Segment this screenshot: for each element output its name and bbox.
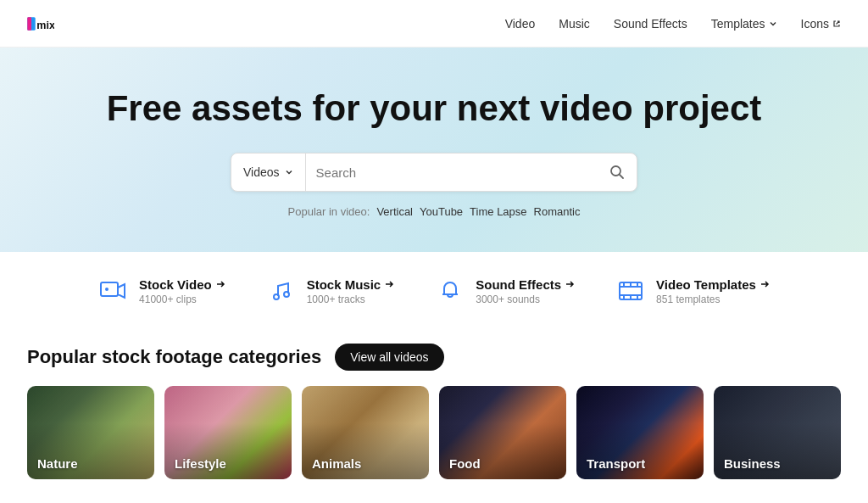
categories-grid: Nature Lifestyle Animals Food Transport …: [27, 386, 841, 479]
logo[interactable]: mixkit: [27, 14, 54, 33]
stock-video-count: 41000+ clips: [139, 293, 225, 305]
category-food-label: Food: [449, 456, 481, 471]
tag-romantic[interactable]: Romantic: [534, 205, 581, 218]
nav-video[interactable]: Video: [505, 17, 536, 31]
search-bar: Videos: [231, 153, 637, 192]
search-input[interactable]: [306, 154, 598, 191]
hero-headline: Free assets for your next video project: [27, 88, 841, 129]
category-nature[interactable]: Nature: [27, 386, 154, 479]
svg-rect-1: [27, 17, 31, 31]
search-submit-button[interactable]: [598, 154, 637, 191]
category-transport[interactable]: Transport: [576, 386, 704, 479]
popular-label: Popular in video:: [288, 205, 370, 218]
arrow-right-icon: [384, 279, 394, 289]
svg-rect-4: [101, 282, 118, 296]
tag-vertical[interactable]: Vertical: [376, 205, 413, 218]
hero-section: Free assets for your next video project …: [0, 48, 868, 252]
tag-youtube[interactable]: YouTube: [420, 205, 463, 218]
categories-header: Popular stock footage categories View al…: [27, 344, 841, 371]
stock-music-title: Stock Music: [307, 277, 395, 292]
arrow-right-icon: [565, 279, 575, 289]
nav-sound-effects[interactable]: Sound Effects: [614, 17, 687, 31]
new-videos-section: New videos View all new: [0, 479, 868, 503]
search-type-button[interactable]: Videos: [231, 154, 306, 191]
bell-icon: [435, 276, 465, 306]
video-templates-count: 851 templates: [656, 293, 770, 305]
svg-point-7: [284, 292, 289, 297]
category-animals[interactable]: Animals: [302, 386, 429, 479]
stat-sound-effects[interactable]: Sound Effects 3000+ sounds: [435, 276, 575, 306]
svg-point-6: [274, 294, 279, 299]
video-templates-title: Video Templates: [656, 277, 770, 292]
popular-tags: Popular in video: Vertical YouTube Time …: [27, 205, 841, 218]
tag-time-lapse[interactable]: Time Lapse: [470, 205, 526, 218]
category-transport-label: Transport: [587, 456, 645, 471]
chevron-down-icon: [769, 20, 777, 28]
external-link-icon: [832, 20, 841, 28]
stock-video-title: Stock Video: [139, 277, 225, 292]
category-lifestyle-label: Lifestyle: [175, 456, 226, 471]
video-icon: [98, 276, 129, 306]
nav-music[interactable]: Music: [559, 17, 590, 31]
main-nav: Video Music Sound Effects Templates Icon…: [505, 17, 841, 31]
stats-row: Stock Video 41000+ clips Stock Music 100…: [0, 252, 868, 323]
categories-title: Popular stock footage categories: [27, 346, 321, 368]
category-business[interactable]: Business: [714, 386, 841, 479]
category-lifestyle[interactable]: Lifestyle: [164, 386, 292, 479]
stat-stock-music[interactable]: Stock Music 1000+ tracks: [266, 276, 395, 306]
category-nature-label: Nature: [37, 456, 78, 471]
sound-effects-count: 3000+ sounds: [476, 293, 575, 305]
category-animals-label: Animals: [312, 456, 361, 471]
nav-icons[interactable]: Icons: [801, 17, 841, 31]
category-food[interactable]: Food: [439, 386, 566, 479]
svg-point-3: [611, 166, 620, 176]
search-icon: [609, 165, 625, 180]
music-icon: [266, 276, 297, 306]
header: mixkit Video Music Sound Effects Templat…: [0, 0, 868, 48]
svg-point-5: [105, 288, 108, 291]
category-business-label: Business: [724, 456, 781, 471]
sound-effects-title: Sound Effects: [476, 277, 575, 292]
dropdown-chevron-icon: [285, 168, 293, 176]
svg-text:mixkit: mixkit: [36, 20, 54, 31]
categories-section: Popular stock footage categories View al…: [0, 323, 868, 479]
stat-stock-video[interactable]: Stock Video 41000+ clips: [98, 276, 225, 306]
film-icon: [615, 276, 646, 306]
arrow-right-icon: [760, 279, 770, 289]
view-all-videos-button[interactable]: View all videos: [335, 344, 443, 371]
nav-templates[interactable]: Templates: [711, 17, 777, 31]
stat-video-templates[interactable]: Video Templates 851 templates: [615, 276, 770, 306]
arrow-right-icon: [215, 279, 225, 289]
stock-music-count: 1000+ tracks: [307, 293, 395, 305]
